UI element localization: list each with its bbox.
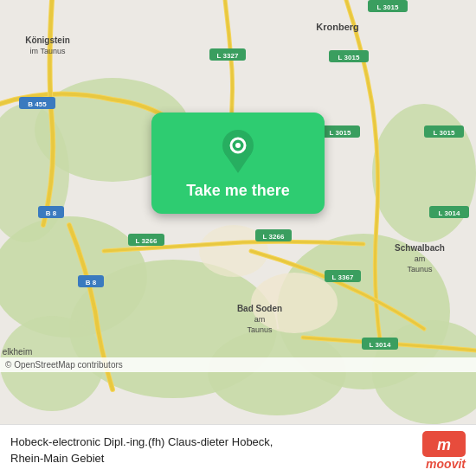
moovit-logo-icon: m <box>422 431 466 457</box>
cta-label: Take me there <box>186 182 290 200</box>
attribution-text: © OpenStreetMap contributors <box>5 360 123 370</box>
svg-text:am: am <box>254 315 266 324</box>
svg-point-7 <box>208 329 346 415</box>
moovit-brand-text: moovit <box>426 457 466 471</box>
map-container: B 455 B 8 B 8 L 3015 L 3015 L 3015 L 332… <box>0 0 476 424</box>
business-name: Hobeck-electronic Dipl.-ing.(fh) Claus-d… <box>10 435 273 448</box>
svg-text:L 3014: L 3014 <box>370 341 391 349</box>
footer-business-info: Hobeck-electronic Dipl.-ing.(fh) Claus-d… <box>10 434 273 466</box>
svg-text:Bad Soden: Bad Soden <box>237 304 282 313</box>
footer: Hobeck-electronic Dipl.-ing.(fh) Claus-d… <box>0 424 476 476</box>
svg-text:Königstein: Königstein <box>25 35 70 45</box>
svg-text:L 3266: L 3266 <box>263 233 285 241</box>
svg-text:L 3014: L 3014 <box>439 209 460 217</box>
svg-text:Schwalbach: Schwalbach <box>395 243 445 253</box>
cta-button-container: Take me there <box>134 113 342 214</box>
svg-text:L 3367: L 3367 <box>332 273 354 281</box>
svg-text:L 3015: L 3015 <box>377 3 399 11</box>
svg-text:B 8: B 8 <box>46 209 57 217</box>
svg-text:L 3266: L 3266 <box>136 237 158 245</box>
svg-text:elkheim: elkheim <box>3 347 32 357</box>
svg-point-10 <box>251 273 338 333</box>
business-region: Rhein-Main Gebiet <box>10 452 104 465</box>
svg-text:Taunus: Taunus <box>247 325 273 334</box>
svg-text:L 3327: L 3327 <box>217 52 239 60</box>
svg-text:Kronberg: Kronberg <box>316 22 359 32</box>
moovit-logo: m moovit <box>422 431 466 471</box>
svg-point-4 <box>372 104 476 242</box>
svg-text:B 8: B 8 <box>86 279 97 286</box>
take-me-there-button[interactable]: Take me there <box>151 113 325 214</box>
svg-point-50 <box>235 143 241 148</box>
location-pin-icon <box>221 130 255 173</box>
attribution-bar: © OpenStreetMap contributors <box>0 357 476 372</box>
svg-text:Taunus: Taunus <box>407 265 433 273</box>
svg-text:im Taunus: im Taunus <box>30 47 66 55</box>
svg-text:L 3015: L 3015 <box>338 54 360 61</box>
svg-text:B 455: B 455 <box>28 100 47 108</box>
svg-text:am: am <box>415 254 426 263</box>
svg-text:L 3015: L 3015 <box>434 129 455 137</box>
svg-text:m: m <box>437 436 451 453</box>
